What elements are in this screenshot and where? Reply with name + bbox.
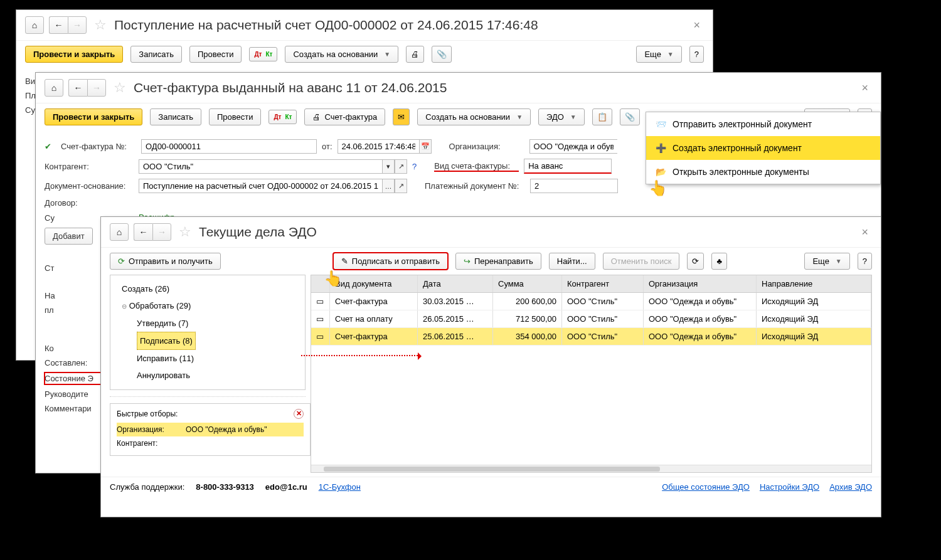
favorite-icon[interactable]: ☆ xyxy=(92,17,109,33)
window-title: Счет-фактура выданный на аванс 11 от 24.… xyxy=(134,80,853,95)
add-button[interactable]: Добавит xyxy=(45,228,93,245)
help-button[interactable]: ? xyxy=(858,253,872,270)
edo-button[interactable]: ЭДО▼ xyxy=(538,108,585,125)
print-icon[interactable]: 🖨 xyxy=(406,46,424,63)
table-header: Вид документа Дата Сумма Контрагент Орга… xyxy=(311,275,871,293)
home-button[interactable]: ⌂ xyxy=(25,16,44,34)
contr-input[interactable] xyxy=(139,159,382,174)
toolbar-w3: ⟳Отправить и получить ✎Подписать и отпра… xyxy=(101,248,881,275)
forward-button[interactable]: → xyxy=(152,223,171,241)
window-title: Текущие дела ЭДО xyxy=(199,225,853,240)
window-edo-tasks: ⌂ ← → ☆ Текущие дела ЭДО × ⟳Отправить и … xyxy=(100,216,881,517)
col-dir[interactable]: Направление xyxy=(757,275,871,292)
cancel-find-button[interactable]: Отменить поиск xyxy=(603,253,680,270)
lbl-contr: Контрагент: xyxy=(45,162,134,171)
more-button[interactable]: Еще▼ xyxy=(636,46,681,63)
dtkt-icon[interactable]: ДтКт xyxy=(268,110,297,124)
type-input[interactable] xyxy=(524,159,612,174)
lbl-invoice-no: Счет-фактура №: xyxy=(61,142,136,151)
create-based-button[interactable]: Создать на основании▼ xyxy=(417,108,531,125)
basis-input[interactable] xyxy=(139,179,382,193)
redirect-icon: ↪ xyxy=(464,256,470,266)
mail-icon[interactable]: ✉ xyxy=(393,108,410,125)
favorite-icon[interactable]: ☆ xyxy=(111,80,129,96)
open-icon[interactable]: ↗ xyxy=(395,179,407,193)
tree-approve[interactable]: Утвердить (7) xyxy=(117,315,299,332)
find-button[interactable]: Найти... xyxy=(549,253,595,270)
structure-icon[interactable]: 📋 xyxy=(592,108,612,125)
dropdown-icon[interactable]: ▾ xyxy=(382,159,395,174)
doc-icon: ▭ xyxy=(316,297,324,306)
col-date[interactable]: Дата xyxy=(418,275,493,292)
link-bukhfon[interactable]: 1С-Бухфон xyxy=(319,482,361,492)
tree-process[interactable]: ⊖ Обработать (29) xyxy=(117,297,299,314)
print-icon: 🖨 xyxy=(312,112,321,122)
refresh-button[interactable]: ⟳ xyxy=(687,253,704,270)
table-row[interactable]: ▭ Счет на оплату 26.05.2015 … 712 500,00… xyxy=(311,310,871,328)
help-button[interactable]: ? xyxy=(689,46,704,63)
folder-icon: 📂 xyxy=(655,166,666,177)
attach-icon[interactable]: 📎 xyxy=(620,108,640,125)
col-org[interactable]: Организация xyxy=(644,275,757,292)
invoice-no-input[interactable] xyxy=(141,139,317,154)
date-input[interactable] xyxy=(338,139,419,154)
info-icon[interactable]: ? xyxy=(412,162,417,171)
dtkt-icon[interactable]: ДтКт xyxy=(249,47,277,61)
forward-button[interactable]: → xyxy=(87,79,106,97)
close-button[interactable]: × xyxy=(689,19,704,32)
back-button[interactable]: ← xyxy=(134,223,152,241)
link-settings[interactable]: Настройки ЭДО xyxy=(760,482,819,492)
mi-open[interactable]: 📂 Открыть электронные документы xyxy=(646,160,880,184)
col-sum[interactable]: Сумма xyxy=(493,275,562,292)
forward-button[interactable]: → xyxy=(68,16,87,34)
favorite-icon[interactable]: ☆ xyxy=(176,224,194,240)
table-row[interactable]: ▭ Счет-фактура 30.03.2015 … 200 600,00 О… xyxy=(311,293,871,310)
plus-icon: ➕ xyxy=(655,142,666,154)
lbl-payment: Платежный документ №: xyxy=(425,181,525,191)
mi-create[interactable]: ➕ Создать электронный документ xyxy=(646,136,880,160)
payment-input[interactable] xyxy=(530,179,618,193)
calendar-icon[interactable]: 📅 xyxy=(419,139,432,154)
close-button[interactable]: × xyxy=(858,226,872,239)
tree-cancel[interactable]: Аннулировать xyxy=(117,367,299,384)
home-button[interactable]: ⌂ xyxy=(110,223,129,241)
filter-org[interactable]: Организация: ООО "Одежда и обувь" xyxy=(117,423,304,436)
titlebar-w3: ⌂ ← → ☆ Текущие дела ЭДО × xyxy=(101,217,881,248)
open-icon[interactable]: ↗ xyxy=(395,159,407,174)
back-button[interactable]: ← xyxy=(49,16,68,34)
sign-send-button[interactable]: ✎Подписать и отправить xyxy=(333,253,448,270)
tree-create[interactable]: Создать (26) xyxy=(117,280,299,297)
link-state[interactable]: Общее состояние ЭДО xyxy=(662,482,750,492)
filter-contr[interactable]: Контрагент: xyxy=(117,436,304,450)
post-close-button[interactable]: Провести и закрыть xyxy=(25,46,123,63)
post-close-button[interactable]: Провести и закрыть xyxy=(45,108,142,125)
table-row[interactable]: ▭ Счет-фактура 25.06.2015 … 354 000,00 О… xyxy=(311,328,871,346)
home-button[interactable]: ⌂ xyxy=(45,79,63,97)
tree-sign[interactable]: Подписать (8) xyxy=(117,332,299,350)
col-contr[interactable]: Контрагент xyxy=(562,275,644,292)
clear-icon[interactable]: ✕ xyxy=(294,409,304,419)
post-button[interactable]: Провести xyxy=(209,108,262,125)
back-button[interactable]: ← xyxy=(68,79,87,97)
scrollbar-h[interactable] xyxy=(311,465,871,472)
org-input[interactable] xyxy=(529,139,617,154)
create-based-button[interactable]: Создать на основании▼ xyxy=(285,46,398,63)
col-doc[interactable]: Вид документа xyxy=(330,275,418,292)
save-button[interactable]: Записать xyxy=(130,46,182,63)
right-panel: Вид документа Дата Сумма Контрагент Орга… xyxy=(311,275,872,473)
footer: Служба поддержки: 8-800-333-9313 edo@1c.… xyxy=(101,477,881,497)
link-archive[interactable]: Архив ЭДО xyxy=(829,482,872,492)
send-recv-button[interactable]: ⟳Отправить и получить xyxy=(110,253,221,270)
redirect-button[interactable]: ↪Перенаправить xyxy=(455,253,541,270)
mi-send[interactable]: 📨 Отправить электронный документ xyxy=(646,112,880,136)
post-button[interactable]: Провести xyxy=(189,46,242,63)
ellipsis-icon[interactable]: … xyxy=(382,179,395,193)
more-button[interactable]: Еще▼ xyxy=(804,253,849,270)
tree-fix[interactable]: Исправить (11) xyxy=(117,350,299,367)
close-button[interactable]: × xyxy=(858,82,872,95)
save-button[interactable]: Записать xyxy=(150,108,201,125)
invoice-button[interactable]: 🖨Счет-фактура xyxy=(304,108,385,125)
annotation-arrow xyxy=(301,355,420,356)
attach-icon[interactable]: 📎 xyxy=(432,46,452,63)
tree-icon[interactable]: ♣ xyxy=(711,253,727,270)
